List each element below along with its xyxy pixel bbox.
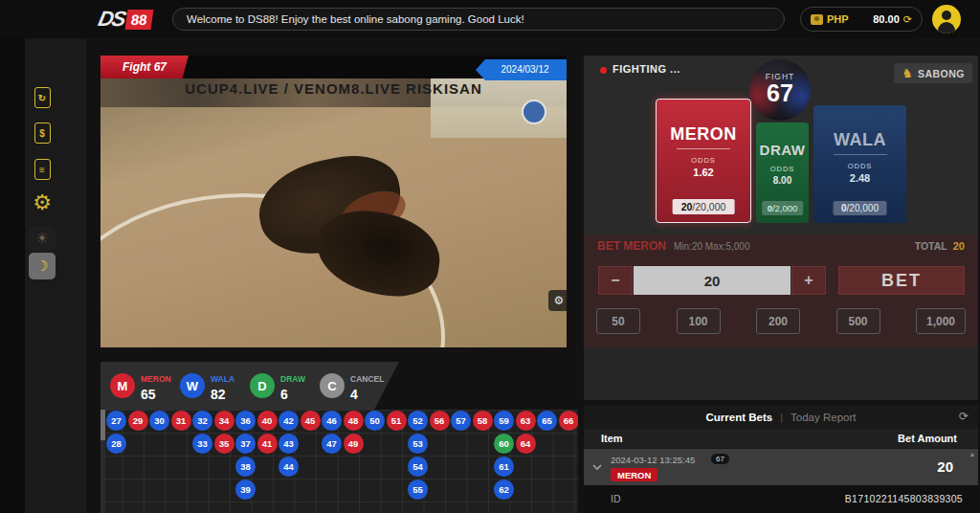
history-cell: 50 [365,411,385,431]
chip-200[interactable]: 200 [756,308,800,334]
stat-draw[interactable]: D DRAW 6 [250,368,320,402]
provider-name: SABONG [918,68,965,79]
history-cell: 55 [408,480,428,500]
history-cell: 32 [192,411,212,431]
moon-icon: ☽ [35,257,48,275]
fight-status-text: FIGHTING ... [612,63,680,75]
stat-cancel[interactable]: C CANCEL 4 [320,368,390,402]
stat-wala[interactable]: W WALA 82 [180,368,250,402]
draw-pool-max: /2,000 [772,203,797,213]
history-scrollbar[interactable] [100,410,105,513]
bets-refresh-icon[interactable]: ⟳ [959,410,969,423]
bet-info-row: BET MERON Min:20 Max:5,000 TOTAL 20 [584,234,978,257]
bet-amount-input[interactable] [634,266,791,295]
dark-mode-toggle[interactable]: ☽ [29,253,56,279]
current-bets-panel: Current Bets | Today Report ⟳ Item Bet A… [584,405,978,513]
stat-circle: D [250,373,275,398]
bets-scrollbar[interactable]: ▲ [969,451,976,483]
stat-label: WALA [211,374,234,384]
tab-today-report[interactable]: Today Report [791,412,856,423]
panel-filler [584,347,978,400]
history-cell: 35 [214,434,234,454]
bet-id-value: B1710221145803839305 [845,493,963,504]
stat-circle: M [110,373,135,398]
wala-bet-card[interactable]: WALA ODDS 2.48 0/20,000 [813,105,906,223]
history-cell: 65 [537,411,557,431]
chip-100[interactable]: 100 [677,308,721,334]
bet-time: 2024-03-12 13:25:45 [611,455,695,465]
ds88-logo[interactable]: DS 88 [99,7,151,32]
left-sidebar: ↻ $ ≡ ⚙ ☀ ☽ [0,38,86,513]
bet-id-row: ID B1710221145803839305 [584,485,978,513]
live-video-player[interactable]: UCUP4.LIVE / VENOM8.LIVE RISKISAN ⚙ [100,78,567,347]
card-divider [677,148,730,149]
stat-value: 4 [350,387,358,402]
history-cell: 47 [322,434,342,454]
history-cell: 28 [106,434,126,454]
quick-chip-row: 50 100 200 500 1,000 [584,308,978,334]
balance-refresh-icon[interactable]: ⟳ [903,13,912,26]
draw-pool-pill: 0/2,000 [762,201,804,215]
odds-label: ODDS [657,156,750,165]
history-cell: 57 [451,411,471,431]
history-cell: 66 [559,411,579,431]
chip-500[interactable]: 500 [836,308,880,334]
stat-circle: W [180,373,205,398]
stat-meron[interactable]: M MERON 65 [110,368,180,402]
history-cell: 34 [214,411,234,431]
history-cell: 63 [516,411,536,431]
place-bet-button[interactable]: BET [838,266,965,295]
history-cell: 41 [257,434,278,454]
bet-amount-value: 20 [937,458,953,475]
balance-pill[interactable]: PHP 80.00 ⟳ [800,7,923,32]
fight-number-sphere: FIGHT 67 [749,59,811,121]
column-bet-amount: Bet Amount [898,433,961,444]
card-divider [834,154,887,155]
app-root: DS 88 Welcome to DS88! Enjoy the best on… [0,0,980,513]
history-cell: 54 [408,457,428,477]
history-scrollbar-thumb[interactable] [100,410,105,440]
history-cell: 42 [278,411,299,431]
avatar-body [938,22,955,33]
meron-odds-value: 1.62 [657,167,750,178]
chip-1000[interactable]: 1,000 [916,308,966,334]
video-settings-button[interactable]: ⚙ [548,290,567,311]
bet-side-badge: MERON [611,468,657,481]
draw-bet-card[interactable]: DRAW ODDS 8.00 0/2,000 [756,123,809,223]
history-cell: 43 [278,434,299,454]
light-mode-toggle[interactable]: ☀ [29,226,56,251]
fight-number: 67 [749,81,811,105]
user-avatar[interactable] [932,5,961,33]
history-cell: 64 [516,434,536,454]
bet-row[interactable]: 2024-03-12 13:25:45 67 MERON 20 [584,449,978,485]
chip-50[interactable]: 50 [596,308,640,334]
increase-bet-button[interactable]: + [791,266,826,295]
stat-value: 82 [211,387,226,402]
history-cell: 45 [301,411,321,431]
stat-circle: C [320,373,345,398]
settings-gear-icon: ⚙ [33,190,52,215]
bet-limits: Min:20 Max:5,000 [674,241,750,252]
avatar-head [942,11,951,20]
sidebar-item-rules[interactable]: ≡ [30,157,55,182]
sidebar-item-bet-records[interactable]: $ [30,121,55,145]
draw-card-name: DRAW [756,142,809,158]
sidebar-item-replays[interactable]: ↻ [30,85,55,110]
history-cell: 58 [473,411,493,431]
sidebar-item-settings[interactable]: ⚙ [30,190,55,215]
stat-label: CANCEL [350,374,384,384]
meron-pool-pill: 20/20,000 [673,199,735,214]
bet-id-label: ID [611,493,621,504]
meron-card-name: MERON [657,124,750,145]
meron-bet-card[interactable]: MERON ODDS 1.62 20/20,000 [656,99,751,223]
decrease-bet-button[interactable]: − [598,266,633,295]
rooster-icon: ♞ [902,66,913,80]
history-cell: 36 [235,411,256,431]
stat-value: 6 [280,387,288,402]
bet-side-title: BET MERON [597,239,666,253]
announcement-marquee: Welcome to DS88! Enjoy the best online s… [172,8,785,31]
wala-card-name: WALA [813,130,906,150]
tab-current-bets[interactable]: Current Bets [706,412,773,423]
money-icon [811,14,823,25]
history-cell: 37 [235,434,256,454]
